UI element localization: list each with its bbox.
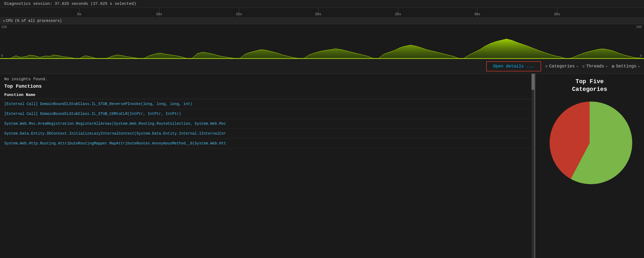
- function-name-cell: System.Web.Mvc.AreaRegistration.Register…: [0, 119, 534, 129]
- threads-chevron-icon: ▾: [606, 65, 607, 68]
- settings-chevron-icon: ▾: [638, 65, 640, 68]
- settings-gear-icon: ⚙: [612, 64, 614, 69]
- pie-chart-svg: [544, 98, 635, 188]
- table-row[interactable]: [External Call] DomainBoundILStubClass.I…: [0, 109, 534, 119]
- cpu-label: CPU (% of all processors): [6, 19, 62, 23]
- function-name-cell: [External Call] DomainBoundILStubClass.I…: [0, 99, 534, 109]
- cpu-chart-area: 100 0 100 0: [0, 24, 644, 59]
- timeline-tick-line: [79, 8, 79, 17]
- top-functions-title: Top Functions: [0, 83, 534, 91]
- timeline-tick-line: [477, 8, 477, 17]
- left-panel: No insights found. Top Functions Functio…: [0, 74, 535, 258]
- timeline-tick-line: [318, 8, 319, 17]
- header-title: Diagnostics session: 37.625 seconds (37.…: [4, 2, 136, 6]
- function-name-cell: [External Call] DomainBoundILStubClass.I…: [0, 109, 534, 119]
- main-content: No insights found. Top Functions Functio…: [0, 74, 644, 258]
- pie-chart: [544, 98, 635, 188]
- scrollbar-thumb[interactable]: [532, 74, 534, 90]
- function-name-header: Function Name: [0, 91, 534, 99]
- timeline-tick-line: [159, 8, 159, 17]
- timeline-tick-line: [398, 8, 398, 17]
- filter-icon: ▽: [545, 64, 548, 69]
- top-five-categories-title: Top Five Categories: [572, 78, 607, 93]
- function-name-cell: System.Web.Http.Routing.AttributeRouting…: [0, 139, 534, 148]
- scrollbar-track[interactable]: [532, 74, 534, 258]
- right-panel: Top Five Categories: [535, 74, 644, 258]
- no-insights-text: No insights found.: [0, 74, 534, 83]
- threads-filter-icon: ▽: [582, 64, 585, 69]
- cpu-label-bar: ▲ CPU (% of all processors): [0, 18, 644, 24]
- categories-filter-button[interactable]: ▽ Categories ▾: [545, 64, 578, 69]
- cpu-collapse-icon[interactable]: ▲: [3, 19, 5, 22]
- timeline-tick-line: [239, 8, 239, 17]
- table-row[interactable]: System.Data.Entity.DbContext.InitializeL…: [0, 129, 534, 139]
- cpu-chart-svg: [0, 24, 644, 59]
- diagnostics-header: Diagnostics session: 37.625 seconds (37.…: [0, 0, 644, 8]
- function-table: Function Name [External Call] DomainBoun…: [0, 91, 534, 148]
- table-row[interactable]: [External Call] DomainBoundILStubClass.I…: [0, 99, 534, 109]
- timeline-ruler: 5s10s15s20s25s30s35s: [0, 8, 644, 18]
- timeline-tick-line: [557, 8, 557, 17]
- categories-chevron-icon: ▾: [576, 65, 578, 68]
- threads-filter-button[interactable]: ▽ Threads ▾: [582, 64, 607, 69]
- toolbar-row: Open details ... ▽ Categories ▾ ▽ Thread…: [0, 59, 644, 74]
- open-details-button[interactable]: Open details ...: [486, 61, 541, 71]
- table-row[interactable]: System.Web.Mvc.AreaRegistration.Register…: [0, 119, 534, 129]
- table-row[interactable]: System.Web.Http.Routing.AttributeRouting…: [0, 139, 534, 148]
- settings-button[interactable]: ⚙ Settings ▾: [612, 64, 640, 69]
- function-name-cell: System.Data.Entity.DbContext.InitializeL…: [0, 129, 534, 139]
